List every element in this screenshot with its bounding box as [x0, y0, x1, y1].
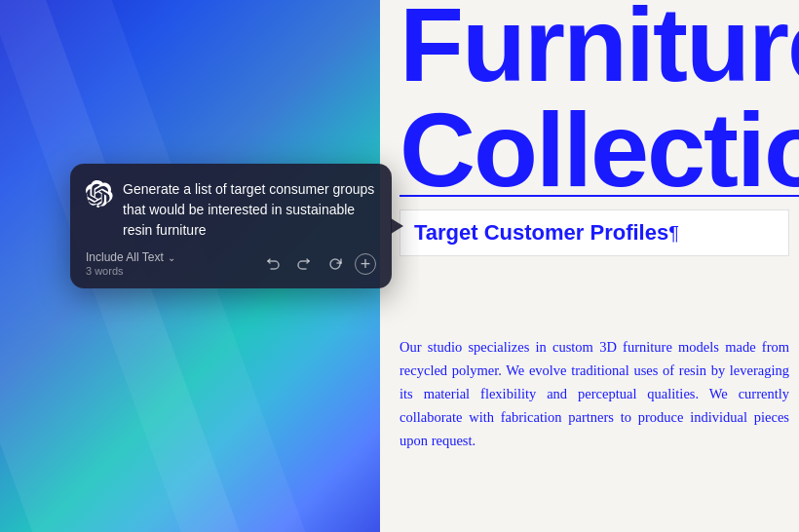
add-button[interactable]: +: [355, 253, 376, 275]
word-count-label: 3 words: [86, 265, 175, 277]
ai-popup-footer: Include All Text ⌄ 3 words: [86, 250, 376, 277]
hero-title: Furniture Collection FurnitureCollection: [400, 0, 799, 203]
refresh-button[interactable]: [323, 252, 347, 276]
ai-popup-actions: +: [261, 252, 376, 276]
body-paragraph: Our studio specializes in custom 3D furn…: [400, 336, 789, 453]
undo-button[interactable]: [261, 252, 285, 276]
redo-button[interactable]: [292, 252, 316, 276]
ai-prompt-text: Generate a list of target consumer group…: [123, 179, 376, 241]
cursor-mark: ¶: [668, 222, 679, 244]
right-content-panel: Furniture Collection FurnitureCollection…: [380, 0, 799, 532]
divider-line: [400, 195, 799, 197]
section-heading: Target Customer Profiles¶: [400, 209, 789, 256]
include-all-text-button[interactable]: Include All Text ⌄: [86, 250, 175, 264]
openai-icon: [86, 180, 113, 208]
ai-popup-footer-left: Include All Text ⌄ 3 words: [86, 250, 175, 277]
left-gradient-panel: Generate a list of target consumer group…: [0, 0, 419, 532]
ai-chat-popup[interactable]: Generate a list of target consumer group…: [70, 164, 392, 288]
chevron-down-icon: ⌄: [168, 252, 175, 263]
section-heading-text: Target Customer Profiles: [414, 220, 668, 245]
ai-popup-header: Generate a list of target consumer group…: [86, 179, 376, 241]
popup-arrow: [391, 218, 403, 234]
include-all-label: Include All Text: [86, 250, 164, 264]
